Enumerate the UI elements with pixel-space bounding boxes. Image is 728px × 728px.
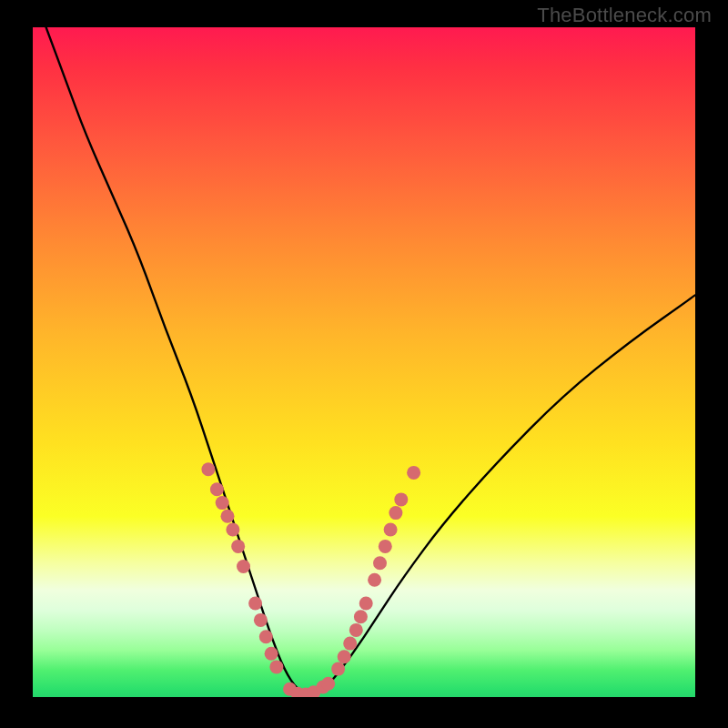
data-dot	[226, 523, 239, 537]
data-dot	[359, 597, 373, 611]
data-dot	[343, 637, 357, 651]
data-dot	[221, 510, 235, 523]
chart-svg	[33, 27, 695, 697]
data-dot	[216, 496, 229, 510]
plot-area	[33, 27, 695, 697]
data-dot	[210, 482, 224, 496]
data-dot	[248, 597, 262, 611]
data-dot	[368, 573, 381, 587]
data-dot	[331, 662, 345, 676]
data-dot	[379, 540, 392, 553]
data-dot	[389, 506, 402, 520]
data-dot	[265, 647, 278, 661]
data-dot	[254, 613, 268, 627]
chart-frame: TheBottleneck.com	[0, 0, 728, 728]
data-dots	[201, 462, 420, 697]
data-dot	[321, 677, 335, 691]
bottleneck-curve	[46, 27, 695, 694]
data-dot	[354, 610, 368, 623]
data-dot	[349, 623, 363, 637]
data-dot	[394, 492, 408, 506]
data-dot	[259, 630, 273, 643]
data-dot	[201, 462, 215, 476]
data-dot	[338, 650, 351, 663]
data-dot	[269, 660, 283, 673]
watermark-label: TheBottleneck.com	[537, 4, 712, 27]
data-dot	[384, 523, 398, 537]
data-dot	[237, 560, 250, 573]
data-dot	[231, 540, 245, 553]
data-dot	[407, 466, 420, 480]
data-dot	[373, 556, 387, 570]
